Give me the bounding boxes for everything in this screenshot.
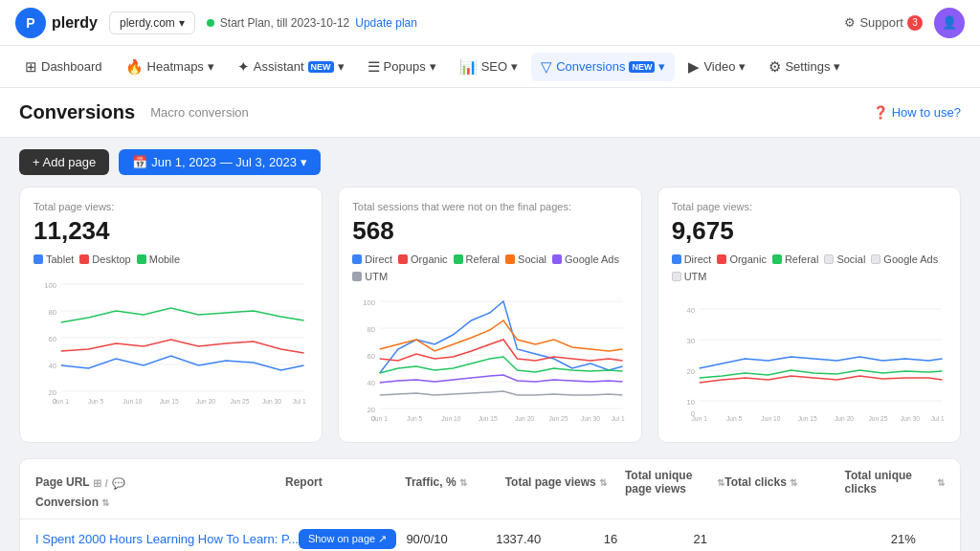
slash-icon[interactable]: / [105, 477, 108, 490]
sort-icon-total-page-views[interactable]: ⇅ [599, 477, 607, 488]
nav-label-assistant: Assistant [254, 59, 304, 74]
avatar[interactable]: 👤 [934, 8, 965, 38]
page-url-link[interactable]: I Spent 2000 Hours Learning How To Learn… [35, 532, 299, 546]
nav-label-settings: Settings [785, 59, 830, 74]
nav-item-assistant[interactable]: ✦ Assistant NEW ▾ [228, 53, 354, 81]
legend3-referal[interactable]: Referal [772, 253, 818, 265]
nav-item-settings[interactable]: ⚙ Settings ▾ [759, 53, 850, 81]
td-total-clicks: 21 [693, 532, 801, 546]
conversions-icon: ▽ [541, 58, 552, 76]
support-button[interactable]: ⚙ Support 3 [844, 15, 923, 31]
date-range-button[interactable]: 📅 Jun 1, 2023 — Jul 3, 2023 ▾ [119, 149, 321, 175]
td-total-page-views: 1337.40 [496, 532, 604, 546]
table-header: Page URL ⊞ / 💬 Report Traffic, % ⇅ Total… [20, 459, 960, 519]
plan-label: Start Plan, till 2023-10-12 [220, 16, 349, 30]
chart3-value: 9,675 [672, 216, 947, 246]
legend3-direct[interactable]: Direct [672, 253, 712, 265]
chevron-icon: ▾ [834, 59, 840, 74]
page-header: Conversions Macro conversion ❓ How to us… [0, 88, 980, 138]
breadcrumb: Macro conversion [150, 105, 249, 120]
filter-icons: ⊞ / 💬 [93, 477, 125, 490]
chart3-label: Total page views: [672, 201, 947, 212]
chevron-icon: ▾ [208, 59, 214, 74]
legend-organic[interactable]: Organic [398, 253, 448, 265]
th-unique-views: Total unique page views ⇅ [625, 469, 724, 496]
svg-text:40: 40 [686, 306, 695, 315]
svg-text:60: 60 [48, 335, 56, 343]
how-to-label: How to use? [892, 105, 961, 120]
svg-text:Jun 30: Jun 30 [901, 415, 920, 422]
sort-icon-traffic[interactable]: ⇅ [459, 477, 467, 488]
svg-text:Jun 5: Jun 5 [726, 415, 743, 422]
svg-text:Jun 15: Jun 15 [797, 415, 816, 422]
chart2-svg: 100 80 60 40 20 0 Jun 1 Jun 5 Jun 10 Jun… [352, 292, 627, 426]
svg-text:10: 10 [686, 398, 695, 407]
how-to-link[interactable]: ❓ How to use? [873, 105, 961, 133]
legend3-organic[interactable]: Organic [717, 253, 767, 265]
chevron-icon: ▾ [338, 59, 345, 74]
sort-icon-unique-clicks[interactable]: ⇅ [937, 477, 945, 488]
nav-label-conversions: Conversions [556, 59, 625, 74]
show-on-page-button[interactable]: Show on page ↗ [299, 529, 396, 549]
svg-text:Jun 10: Jun 10 [761, 415, 780, 422]
sort-icon-total-clicks[interactable]: ⇅ [790, 477, 797, 488]
legend3-utm[interactable]: UTM [672, 271, 707, 282]
toolbar: + Add page 📅 Jun 1, 2023 — Jul 3, 2023 ▾ [0, 138, 980, 187]
chevron-icon: ▾ [739, 59, 746, 74]
popups-icon: ☰ [368, 58, 380, 76]
chart2-label: Total sessions that were not on the fina… [352, 201, 627, 212]
new-badge-assistant: NEW [308, 61, 334, 73]
chart1-value: 11,234 [33, 216, 308, 246]
sort-icon-unique-views[interactable]: ⇅ [717, 477, 724, 488]
nav-item-video[interactable]: ▶ Video ▾ [679, 53, 755, 81]
svg-text:Jun 20: Jun 20 [196, 398, 215, 405]
chevron-icon: ▾ [430, 59, 436, 74]
legend-utm[interactable]: UTM [352, 271, 388, 282]
nav-item-dashboard[interactable]: ⊞ Dashboard [15, 53, 112, 81]
legend-direct[interactable]: Direct [352, 253, 392, 265]
legend-referal[interactable]: Referal [454, 253, 500, 265]
site-selector-chevron: ▾ [179, 16, 185, 30]
svg-text:Jun 20: Jun 20 [515, 415, 534, 422]
chart3-legend: Direct Organic Referal Social Google Ads… [672, 253, 947, 282]
add-page-button[interactable]: + Add page [19, 149, 109, 175]
svg-text:Jun 25: Jun 25 [549, 415, 568, 422]
legend-google-ads[interactable]: Google Ads [552, 253, 619, 265]
navbar: ⊞ Dashboard 🔥 Heatmaps ▾ ✦ Assistant NEW… [0, 46, 980, 88]
chart3-svg: 40 30 20 10 0 Jun 1 Jun 5 Jun 10 Jun 15 … [672, 292, 947, 426]
nav-item-conversions[interactable]: ▽ Conversions NEW ▾ [531, 53, 675, 81]
seo-icon: 📊 [459, 58, 478, 76]
legend-social[interactable]: Social [505, 253, 546, 265]
plan-badge: Start Plan, till 2023-10-12 Update plan [207, 16, 417, 30]
svg-text:Jun 30: Jun 30 [262, 398, 281, 405]
legend3-google-ads[interactable]: Google Ads [871, 253, 938, 265]
legend-mobile[interactable]: Mobile [137, 253, 180, 265]
update-plan-link[interactable]: Update plan [355, 16, 417, 30]
site-selector[interactable]: plerdy.com ▾ [109, 11, 195, 34]
nav-label-dashboard: Dashboard [41, 59, 102, 74]
site-selector-label: plerdy.com [120, 16, 175, 30]
nav-item-popups[interactable]: ☰ Popups ▾ [358, 53, 446, 81]
svg-text:20: 20 [48, 388, 56, 397]
chevron-down-icon: ▾ [301, 155, 307, 169]
legend3-social[interactable]: Social [824, 253, 865, 265]
chart-sessions: Total sessions that were not on the fina… [338, 187, 641, 443]
svg-text:Jun 30: Jun 30 [581, 415, 600, 422]
comment-icon[interactable]: 💬 [112, 477, 125, 490]
th-total-clicks: Total clicks ⇅ [724, 469, 844, 496]
legend-desktop[interactable]: Desktop [79, 253, 130, 265]
page-title: Conversions [19, 101, 135, 123]
td-report: Show on page ↗ [299, 529, 407, 549]
svg-text:20: 20 [686, 367, 695, 376]
svg-text:Jun 1: Jun 1 [54, 398, 70, 405]
nav-item-heatmaps[interactable]: 🔥 Heatmaps ▾ [116, 53, 224, 81]
svg-text:20: 20 [368, 406, 376, 414]
chart2-value: 568 [352, 216, 627, 246]
chevron-icon: ▾ [511, 59, 518, 74]
sort-icon-conversion[interactable]: ⇅ [101, 497, 109, 508]
nav-item-seo[interactable]: 📊 SEO ▾ [450, 53, 527, 81]
support-badge: 3 [907, 15, 923, 31]
legend-tablet[interactable]: Tablet [33, 253, 74, 265]
calendar-icon: 📅 [132, 155, 147, 169]
grid-icon[interactable]: ⊞ [93, 477, 101, 490]
